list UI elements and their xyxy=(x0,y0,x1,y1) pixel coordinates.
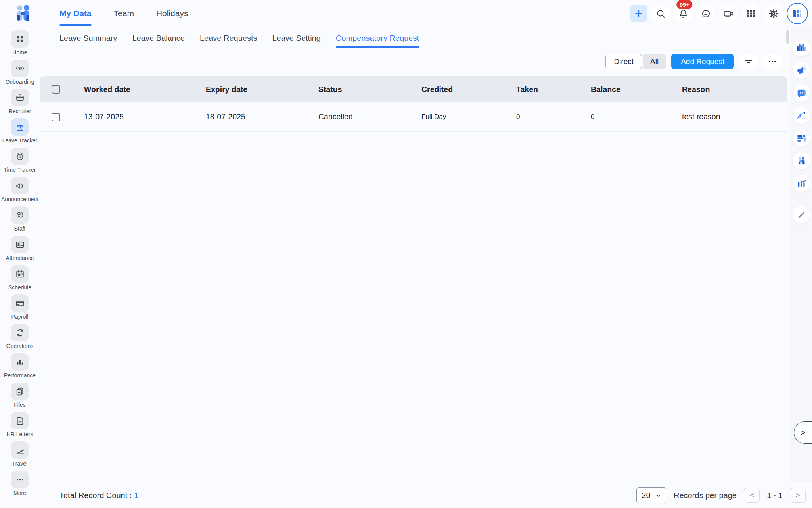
sidebar-item-label: Time Tracker xyxy=(4,167,36,173)
column-header-worked-date: Worked date xyxy=(84,85,206,94)
scrollbar-thumb[interactable] xyxy=(786,30,789,44)
sidebar-item-files[interactable]: Files xyxy=(0,383,40,408)
signature-icon xyxy=(797,111,806,121)
projects-app-button[interactable] xyxy=(793,175,810,192)
pagination: 20 Records per page < 1 - 1 > xyxy=(636,487,812,503)
documents-icon xyxy=(15,387,25,396)
subtab-compensatory-request[interactable]: Compensatory Request xyxy=(336,34,419,47)
subtab-leave-balance[interactable]: Leave Balance xyxy=(132,34,185,47)
search-button[interactable] xyxy=(651,4,670,23)
analytics-app-button[interactable] xyxy=(793,39,810,56)
plane-icon xyxy=(15,445,25,455)
sidebar-item-label: Home xyxy=(12,49,27,56)
column-header-taken: Taken xyxy=(516,85,591,94)
gear-icon xyxy=(768,8,779,19)
cell-taken: 0 xyxy=(516,113,591,121)
signature-app-button[interactable] xyxy=(793,107,810,124)
video-icon xyxy=(723,8,734,19)
chat-icon xyxy=(701,8,711,19)
cell-expiry-date: 18-07-2025 xyxy=(206,112,318,121)
notifications-button[interactable]: 99+ xyxy=(674,4,693,23)
sidebar-item-label: Onboarding xyxy=(5,79,34,85)
page-size-value: 20 xyxy=(642,491,650,500)
sidebar-item-travel[interactable]: Travel xyxy=(0,441,40,467)
sidebar-item-label: Payroll xyxy=(11,314,29,320)
sidebar-item-label: Announcement xyxy=(1,196,38,202)
apps-button[interactable] xyxy=(741,4,760,23)
direct-button[interactable]: Direct xyxy=(605,54,642,69)
main-tabs: My Data Team Holidays xyxy=(59,0,188,27)
all-button[interactable]: All xyxy=(643,54,666,69)
ellipsis-icon xyxy=(768,57,777,66)
subtab-leave-requests[interactable]: Leave Requests xyxy=(200,34,257,47)
right-app-rail xyxy=(791,27,812,482)
alarm-clock-icon xyxy=(15,152,25,162)
sidebar-item-label: More xyxy=(13,490,26,496)
cell-reason: test reason xyxy=(682,112,787,121)
sidebar-item-staff[interactable]: Staff xyxy=(0,206,40,232)
sidebar-item-label: Recruiter xyxy=(9,108,31,114)
table-row[interactable]: 13-07-2025 18-07-2025 Cancelled Full Day… xyxy=(40,102,787,132)
sidebar-item-schedule[interactable]: Schedule xyxy=(0,265,40,291)
tab-holidays[interactable]: Holidays xyxy=(156,0,188,27)
select-all-checkbox[interactable] xyxy=(52,85,60,94)
sidebar-item-payroll[interactable]: Payroll xyxy=(0,294,40,320)
home-icon xyxy=(15,34,25,44)
sidebar-item-hr-letters[interactable]: HR Letters xyxy=(0,412,40,437)
sidebar-item-label: Travel xyxy=(12,460,27,467)
chevron-down-icon xyxy=(655,493,661,498)
sidebar-item-performance[interactable]: Performance xyxy=(0,353,40,379)
projects-icon xyxy=(797,179,806,189)
tab-my-data[interactable]: My Data xyxy=(59,0,92,27)
filter-button[interactable] xyxy=(739,54,758,69)
prev-page-button[interactable]: < xyxy=(744,488,760,503)
bell-icon xyxy=(678,8,689,19)
next-page-button[interactable]: > xyxy=(790,488,806,503)
sidebar-item-label: Files xyxy=(14,402,26,408)
settings-button[interactable] xyxy=(764,4,783,23)
add-button[interactable] xyxy=(630,5,647,22)
sidebar-item-recruiter[interactable]: Recruiter xyxy=(0,89,40,114)
chat-app-button[interactable] xyxy=(793,84,810,102)
sidebar-item-leave-tracker[interactable]: Leave Tracker xyxy=(0,118,40,144)
sidebar-item-attendance[interactable]: Attendance xyxy=(0,236,40,261)
video-call-button[interactable] xyxy=(719,4,738,23)
cell-status: Cancelled xyxy=(318,112,421,121)
ellipsis-icon xyxy=(15,475,25,485)
view-toggle: Direct All xyxy=(605,54,666,69)
app-logo-icon[interactable] xyxy=(12,3,34,25)
subtab-leave-setting[interactable]: Leave Setting xyxy=(272,34,321,47)
sync-icon xyxy=(15,328,25,338)
people-logo-icon xyxy=(789,6,805,21)
sidebar-item-time-tracker[interactable]: Time Tracker xyxy=(0,148,40,173)
tab-team[interactable]: Team xyxy=(114,0,134,27)
analytics-icon xyxy=(796,42,806,53)
search-icon xyxy=(655,8,666,19)
tasks-app-button[interactable] xyxy=(793,129,810,147)
sidebar-item-home[interactable]: Home xyxy=(0,30,40,56)
user-avatar[interactable] xyxy=(787,3,808,24)
total-record-count-value: 1 xyxy=(134,491,138,500)
announcement-app-button[interactable] xyxy=(793,62,810,79)
page-size-select[interactable]: 20 xyxy=(636,487,666,503)
people-app-button[interactable] xyxy=(793,152,810,169)
sidebar-item-label: Operations xyxy=(6,343,33,349)
sidebar-item-onboarding[interactable]: Onboarding xyxy=(0,60,40,85)
speaker-icon xyxy=(15,181,25,191)
pencil-icon xyxy=(797,210,806,219)
messages-button[interactable] xyxy=(696,4,715,23)
footer: Total Record Count :1 20 Records per pag… xyxy=(40,483,812,508)
sidebar-item-more[interactable]: More xyxy=(0,471,40,496)
subtab-leave-summary[interactable]: Leave Summary xyxy=(59,34,117,47)
edit-rail-button[interactable] xyxy=(793,206,810,223)
sidebar-item-label: Schedule xyxy=(8,284,31,291)
column-header-balance: Balance xyxy=(591,85,682,94)
people-icon xyxy=(15,210,25,220)
notification-badge: 99+ xyxy=(676,0,692,9)
credit-card-icon xyxy=(15,298,25,308)
more-options-button[interactable] xyxy=(763,54,781,69)
sidebar-item-operations[interactable]: Operations xyxy=(0,324,40,349)
sidebar-item-announcement[interactable]: Announcement xyxy=(0,177,40,202)
add-request-button[interactable]: Add Request xyxy=(671,54,734,69)
row-checkbox[interactable] xyxy=(52,113,60,121)
